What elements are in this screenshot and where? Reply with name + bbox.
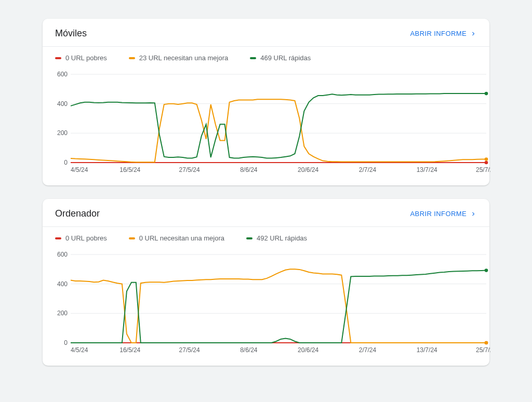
legend-item[interactable]: 0 URL pobres — [55, 234, 107, 242]
x-tick-label: 2/7/24 — [359, 166, 377, 173]
card-title: Ordenador — [55, 208, 100, 219]
x-tick-label: 16/5/24 — [119, 166, 140, 173]
legend-label: 0 URL necesitan una mejora — [139, 234, 224, 242]
y-tick-label: 600 — [57, 71, 68, 78]
legend-item[interactable]: 469 URL rápidas — [250, 54, 311, 62]
legend-item[interactable]: 0 URL pobres — [55, 54, 107, 62]
legend: 0 URL pobres23 URL necesitan una mejora4… — [43, 47, 489, 62]
chart-card: MóvilesABRIR INFORME0 URL pobres23 URL n… — [43, 19, 489, 185]
x-tick-label: 25/7/24 — [476, 346, 490, 354]
x-tick-label: 20/6/24 — [298, 346, 318, 354]
legend-swatch — [246, 237, 252, 239]
legend-swatch — [129, 237, 135, 239]
y-tick-label: 0 — [64, 339, 68, 346]
legend-label: 0 URL pobres — [65, 234, 107, 242]
legend-label: 0 URL pobres — [65, 54, 107, 62]
x-tick-label: 16/5/24 — [119, 346, 140, 354]
y-tick-label: 200 — [57, 310, 68, 317]
x-tick-label: 27/5/24 — [179, 346, 200, 354]
chart-svg: 02004006004/5/2416/5/2427/5/248/6/2420/6… — [55, 250, 490, 355]
series-endpoint-needs — [485, 341, 488, 345]
x-tick-label: 20/6/24 — [298, 166, 318, 173]
series-good — [71, 271, 486, 343]
y-tick-label: 400 — [57, 280, 68, 288]
y-tick-label: 200 — [57, 129, 68, 137]
series-needs — [71, 99, 486, 162]
legend: 0 URL pobres0 URL necesitan una mejora49… — [43, 227, 489, 242]
chart-plot-area: 02004006004/5/2416/5/2427/5/248/6/2420/6… — [43, 62, 489, 185]
chart-svg: 02004006004/5/2416/5/2427/5/248/6/2420/6… — [55, 70, 490, 175]
series-endpoint-poor — [485, 161, 488, 165]
legend-item[interactable]: 23 URL necesitan una mejora — [129, 54, 229, 62]
legend-item[interactable]: 0 URL necesitan una mejora — [129, 234, 224, 242]
y-tick-label: 0 — [64, 159, 68, 166]
x-tick-label: 4/5/24 — [71, 346, 88, 354]
chevron-right-icon — [470, 30, 477, 37]
series-good — [71, 93, 486, 158]
legend-swatch — [55, 237, 61, 239]
chart-card: OrdenadorABRIR INFORME0 URL pobres0 URL … — [43, 199, 489, 366]
x-tick-label: 2/7/24 — [359, 346, 377, 354]
card-header: OrdenadorABRIR INFORME — [43, 199, 489, 226]
series-endpoint-good — [485, 269, 488, 272]
legend-swatch — [250, 57, 256, 59]
x-tick-label: 8/6/24 — [240, 166, 258, 173]
chevron-right-icon — [470, 210, 477, 218]
legend-label: 23 URL necesitan una mejora — [139, 54, 229, 62]
legend-item[interactable]: 492 URL rápidas — [246, 234, 307, 242]
open-report-link[interactable]: ABRIR INFORME — [410, 30, 477, 37]
chart-plot-area: 02004006004/5/2416/5/2427/5/248/6/2420/6… — [43, 242, 489, 366]
y-tick-label: 400 — [57, 100, 68, 108]
x-tick-label: 8/6/24 — [240, 346, 258, 354]
legend-swatch — [129, 57, 135, 59]
x-tick-label: 13/7/24 — [417, 346, 437, 354]
y-tick-label: 600 — [57, 251, 68, 258]
x-tick-label: 27/5/24 — [179, 166, 200, 173]
open-report-label: ABRIR INFORME — [410, 210, 467, 218]
series-endpoint-needs — [485, 157, 488, 161]
series-endpoint-good — [485, 92, 488, 96]
x-tick-label: 4/5/24 — [71, 166, 88, 173]
legend-swatch — [55, 57, 61, 59]
x-tick-label: 25/7/24 — [476, 166, 490, 173]
legend-label: 469 URL rápidas — [260, 54, 311, 62]
open-report-label: ABRIR INFORME — [410, 30, 467, 37]
open-report-link[interactable]: ABRIR INFORME — [410, 210, 477, 218]
card-title: Móviles — [55, 28, 87, 39]
series-needs — [71, 269, 486, 343]
card-header: MóvilesABRIR INFORME — [43, 19, 489, 46]
x-tick-label: 13/7/24 — [417, 166, 437, 173]
legend-label: 492 URL rápidas — [257, 234, 307, 242]
